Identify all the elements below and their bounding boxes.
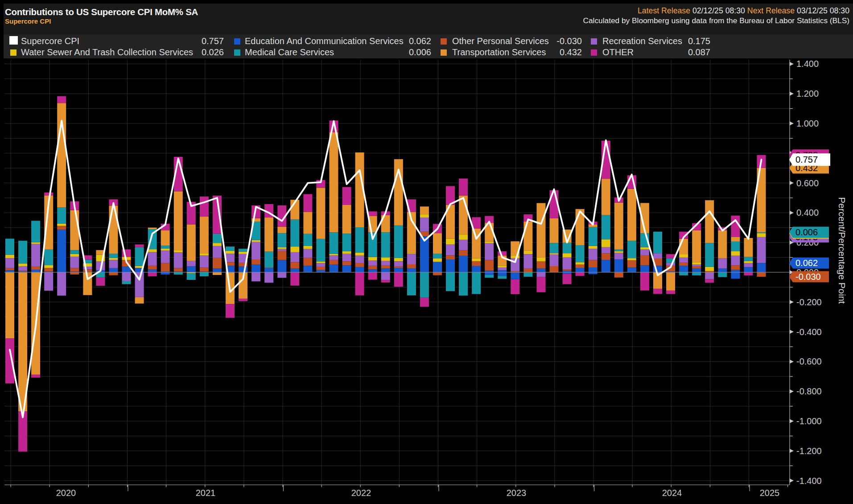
- svg-text:0.026: 0.026: [202, 47, 224, 57]
- svg-text:0.062: 0.062: [409, 36, 431, 46]
- svg-text:-0.400: -0.400: [796, 327, 822, 337]
- svg-text:2025: 2025: [760, 488, 780, 498]
- svg-text:Recreation Services: Recreation Services: [602, 36, 682, 46]
- svg-text:0.006: 0.006: [409, 47, 431, 57]
- svg-text:0.757: 0.757: [202, 36, 224, 46]
- svg-text:1.400: 1.400: [796, 59, 819, 69]
- svg-text:Supercore CPI: Supercore CPI: [5, 17, 51, 25]
- svg-text:2021: 2021: [196, 488, 216, 498]
- svg-text:Water Sewer And Trash Collecti: Water Sewer And Trash Collection Service…: [21, 47, 193, 57]
- svg-text:Other Personal Services: Other Personal Services: [452, 36, 549, 46]
- svg-text:Education And Communication Se: Education And Communication Services: [245, 36, 404, 46]
- svg-text:-1.400: -1.400: [796, 476, 822, 486]
- svg-text:Latest Release 02/12/25 08:30: Latest Release 02/12/25 08:30 Next Relea…: [638, 6, 849, 15]
- svg-text:0.006: 0.006: [795, 227, 818, 237]
- svg-text:-0.800: -0.800: [796, 386, 822, 396]
- svg-text:Percent/Percentage Point: Percent/Percentage Point: [837, 197, 847, 303]
- svg-text:-0.200: -0.200: [796, 297, 822, 307]
- svg-text:-1.200: -1.200: [796, 446, 822, 456]
- svg-text:0.175: 0.175: [688, 36, 710, 46]
- svg-text:-1.000: -1.000: [796, 416, 822, 426]
- svg-text:OTHER: OTHER: [602, 47, 634, 57]
- svg-text:1.000: 1.000: [796, 119, 819, 128]
- svg-text:2023: 2023: [507, 488, 527, 498]
- svg-text:Calculated by Bloomberg using: Calculated by Bloomberg using data from …: [583, 16, 849, 25]
- svg-text:2020: 2020: [56, 488, 76, 498]
- svg-text:0.600: 0.600: [796, 178, 819, 188]
- svg-text:-0.600: -0.600: [796, 356, 822, 366]
- svg-text:-0.030: -0.030: [556, 36, 582, 46]
- svg-text:1.200: 1.200: [796, 89, 819, 98]
- svg-text:0.757: 0.757: [795, 155, 818, 164]
- svg-text:2024: 2024: [662, 488, 682, 498]
- svg-text:0.400: 0.400: [796, 208, 819, 217]
- svg-text:Medical Care Services: Medical Care Services: [245, 47, 334, 57]
- svg-text:0.087: 0.087: [688, 47, 710, 57]
- svg-text:Supercore CPI: Supercore CPI: [21, 36, 79, 46]
- svg-text:0.062: 0.062: [795, 258, 818, 268]
- svg-text:Contributions to US Supercore: Contributions to US Supercore CPI MoM% S…: [5, 7, 198, 17]
- svg-text:Transportation Services: Transportation Services: [452, 47, 546, 57]
- svg-text:-0.030: -0.030: [795, 272, 821, 282]
- svg-text:2022: 2022: [351, 488, 371, 498]
- svg-text:0.432: 0.432: [560, 47, 582, 57]
